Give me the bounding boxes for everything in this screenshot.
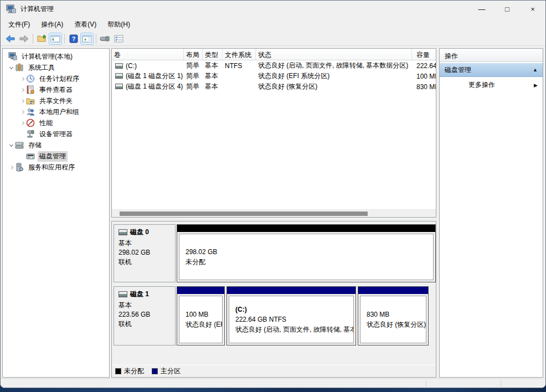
primary-partition-stripe [358, 287, 428, 294]
column-header-filesystem[interactable]: 文件系统 [223, 49, 256, 60]
device-manager-icon [26, 130, 35, 138]
scrollbar-thumb[interactable] [120, 212, 368, 216]
volume-icon [115, 63, 123, 69]
legend-primary-swatch [152, 368, 158, 374]
system-tools-icon [15, 63, 24, 72]
menu-view[interactable]: 查看(V) [69, 18, 102, 32]
show-action-pane-icon[interactable] [80, 33, 94, 45]
back-icon[interactable] [4, 33, 17, 45]
menu-help[interactable]: 帮助(H) [102, 18, 136, 32]
disk0-unallocated-partition[interactable]: 298.02 GB 未分配 [177, 224, 436, 282]
actions-header: 操作 [440, 49, 543, 62]
show-console-tree-icon[interactable] [49, 33, 62, 45]
local-users-icon [26, 107, 35, 116]
primary-partition-stripe [177, 287, 224, 294]
disk0-label[interactable]: 磁盘 0 基本 298.02 GB 联机 [114, 224, 176, 282]
volume-icon [115, 73, 123, 79]
collapse-section-icon[interactable]: ▲ [533, 67, 538, 73]
chevron-collapsed-icon[interactable] [18, 89, 26, 91]
volume-row-efi[interactable]: (磁盘 1 磁盘分区 1) 简单 基本 状态良好 (EFI 系统分区) 100 … [112, 71, 436, 81]
primary-partition-stripe [227, 287, 356, 294]
column-header-status[interactable]: 状态 [256, 49, 412, 60]
event-viewer-icon [26, 85, 35, 94]
toolbar-separator [33, 34, 33, 44]
checklist-icon[interactable] [112, 33, 125, 45]
window-title: 计算机管理 [20, 4, 54, 14]
tree-item-disk-management[interactable]: 磁盘管理 [3, 151, 109, 162]
volume-list-panel: 卷 布局 类型 文件系统 状态 容量 (C:) 简单 基本 NTFS 状态良好 … [111, 48, 436, 218]
tree-item-event-viewer[interactable]: 事件查看器 [3, 84, 109, 95]
title-bar: 计算机管理 — □ × [1, 1, 545, 17]
status-separator [426, 380, 426, 386]
disk-icon [119, 291, 127, 297]
chevron-collapsed-icon[interactable] [18, 78, 26, 80]
disk1-efi-partition[interactable]: 100 MB 状态良好 (EFI 系统分区) [177, 286, 225, 345]
disk1-recovery-partition[interactable]: 830 MB 状态良好 (恢复分区) [358, 286, 429, 345]
tree-item-shared-folders[interactable]: 共享文件夹 [3, 95, 109, 106]
more-actions-item[interactable]: 更多操作 ▶ [440, 78, 543, 92]
toolbar-separator [96, 34, 96, 44]
tree-selected-label: 磁盘管理 [38, 151, 68, 162]
forward-icon[interactable] [17, 33, 30, 45]
chevron-expanded-icon[interactable] [7, 145, 15, 146]
legend-primary-label: 主分区 [161, 367, 181, 376]
column-header-type[interactable]: 类型 [203, 49, 223, 60]
menu-bar: 文件(F) 操作(A) 查看(V) 帮助(H) [1, 17, 545, 32]
volume-icon [115, 84, 123, 89]
console-tree-panel: 计算机管理(本地) 系统工具 任务计划程序 事件查看器 共享文件夹 本地用户和组 [2, 48, 110, 378]
status-bar [1, 378, 545, 388]
shared-folders-icon [26, 96, 35, 105]
tree-item-device-manager[interactable]: 设备管理器 [3, 128, 109, 140]
column-header-capacity[interactable]: 容量 [412, 49, 436, 60]
column-header-volume[interactable]: 卷 [112, 49, 184, 60]
tree-item-local-users-groups[interactable]: 本地用户和组 [3, 106, 109, 117]
close-button[interactable]: × [520, 1, 545, 17]
maximize-button[interactable]: □ [495, 1, 520, 17]
tree-item-computer-management[interactable]: 计算机管理(本地) [3, 51, 109, 62]
disk1-c-partition[interactable]: (C:) 222.64 GB NTFS 状态良好 (启动, 页面文件, 故障转储… [226, 286, 356, 345]
legend-unallocated-swatch [115, 368, 121, 374]
menu-action[interactable]: 操作(A) [35, 18, 69, 32]
svg-text:?: ? [72, 35, 76, 42]
toolbar-separator [64, 34, 65, 44]
actions-section-disk-management[interactable]: 磁盘管理 ▲ [440, 63, 543, 77]
app-icon [6, 4, 16, 13]
help-icon[interactable]: ? [67, 33, 80, 45]
performance-icon [26, 118, 35, 127]
toolbar: ? [1, 32, 545, 46]
disk1-label[interactable]: 磁盘 1 基本 223.56 GB 联机 [114, 286, 176, 345]
computer-icon [8, 52, 17, 61]
tree-item-system-tools[interactable]: 系统工具 [3, 62, 109, 73]
tree-item-performance[interactable]: 性能 [3, 117, 109, 128]
actions-pane: 操作 磁盘管理 ▲ 更多操作 ▶ [439, 48, 543, 378]
legend-unallocated-label: 未分配 [124, 367, 144, 376]
chevron-expanded-icon[interactable] [7, 67, 15, 69]
chevron-collapsed-icon[interactable] [18, 111, 26, 114]
volume-list-header: 卷 布局 类型 文件系统 状态 容量 [112, 49, 436, 60]
task-scheduler-icon [26, 74, 35, 83]
open-folder-icon[interactable] [35, 33, 49, 45]
unallocated-stripe [177, 225, 435, 232]
services-icon [15, 163, 24, 172]
menu-file[interactable]: 文件(F) [3, 18, 35, 32]
column-header-layout[interactable]: 布局 [184, 49, 203, 60]
tree-item-services-applications[interactable]: 服务和应用程序 [3, 162, 109, 173]
tree-item-storage[interactable]: 存储 [3, 140, 109, 151]
tree-item-task-scheduler[interactable]: 任务计划程序 [3, 73, 109, 84]
chevron-collapsed-icon[interactable] [18, 100, 26, 102]
disk-graph-panel: 磁盘 0 基本 298.02 GB 联机 298.02 GB 未分配 磁盘 1 … [111, 221, 436, 378]
chevron-collapsed-icon[interactable] [18, 122, 26, 125]
disk-device-icon[interactable] [99, 33, 112, 45]
storage-icon [15, 141, 24, 149]
status-separator [501, 380, 501, 386]
partition-legend: 未分配 主分区 [112, 365, 436, 377]
computer-management-window: 计算机管理 — □ × 文件(F) 操作(A) 查看(V) 帮助(H) ? [0, 0, 546, 388]
chevron-collapsed-icon[interactable] [7, 166, 15, 169]
volume-row-c[interactable]: (C:) 简单 基本 NTFS 状态良好 (启动, 页面文件, 故障转储, 基本… [112, 60, 436, 71]
minimize-button[interactable]: — [469, 1, 495, 17]
disk-management-icon [26, 152, 35, 161]
horizontal-scrollbar[interactable] [112, 209, 436, 217]
disk-icon [119, 229, 127, 235]
submenu-arrow-icon: ▶ [534, 82, 538, 88]
volume-row-recovery[interactable]: (磁盘 1 磁盘分区 4) 简单 基本 状态良好 (恢复分区) 830 MB [112, 81, 436, 92]
